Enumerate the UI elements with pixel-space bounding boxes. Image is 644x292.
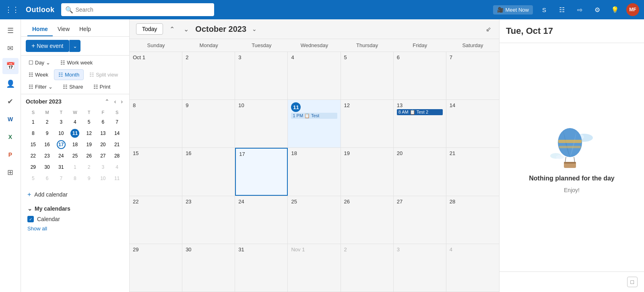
mini-cal-day[interactable]: 21 — [110, 139, 124, 150]
today-button[interactable]: Today — [136, 23, 163, 35]
calendar-cell[interactable]: 14 — [446, 100, 499, 147]
calendar-cell[interactable]: 21 — [446, 148, 499, 195]
mini-cal-day[interactable]: 28 — [110, 151, 124, 161]
calendar-cell[interactable]: 26 — [341, 196, 394, 244]
sidebar-word-icon[interactable]: W — [2, 111, 19, 127]
mini-cal-day[interactable]: 18 — [68, 139, 82, 150]
my-calendars-header[interactable]: ⌄ My calendars — [21, 203, 129, 214]
mini-cal-day[interactable]: 29 — [27, 162, 40, 172]
meet-now-button[interactable]: 🎥 Meet Now — [493, 5, 533, 14]
mini-calendar-title[interactable]: October 2023 — [26, 98, 62, 105]
expand-right-button[interactable]: □ — [627, 277, 638, 287]
calendar-cell[interactable]: 10 — [235, 100, 288, 147]
sidebar-apps-icon[interactable]: ⊞ — [2, 164, 19, 180]
lightbulb-icon[interactable]: 💡 — [609, 3, 621, 16]
mini-cal-day[interactable]: 5 — [83, 117, 96, 127]
calendar-cell[interactable]: Nov 1 — [288, 244, 341, 292]
mini-cal-day[interactable]: 8 — [68, 173, 82, 184]
sidebar-excel-icon[interactable]: X — [2, 129, 19, 145]
sidebar-mail-icon[interactable]: ✉ — [2, 40, 19, 56]
mini-cal-day[interactable]: 9 — [83, 173, 96, 184]
share-icon[interactable]: ⇨ — [573, 3, 586, 16]
calendar-cell[interactable]: 24 — [235, 196, 288, 244]
mini-cal-day[interactable]: 3 — [54, 117, 68, 127]
mini-cal-day[interactable]: 26 — [83, 151, 96, 161]
filter-button[interactable]: ☷ Filter ⌄ — [24, 81, 57, 92]
mini-cal-day[interactable]: 23 — [41, 151, 54, 161]
mini-cal-day[interactable]: 7 — [110, 117, 124, 127]
sidebar-menu-icon[interactable]: ☰ — [2, 23, 19, 39]
mini-cal-day[interactable]: 1 — [68, 162, 82, 172]
skype-icon[interactable]: S — [538, 3, 551, 16]
calendar-cell[interactable]: 25 — [288, 196, 341, 244]
calendar-cell[interactable]: 3 — [394, 244, 446, 292]
grid-icon[interactable]: ⋮⋮ — [5, 5, 19, 14]
calendar-cell[interactable]: 20 — [394, 148, 446, 195]
mini-cal-day[interactable]: 5 — [27, 173, 40, 184]
expand-button[interactable]: ⇙ — [484, 24, 493, 35]
mini-cal-day[interactable]: 4 — [68, 117, 82, 127]
sidebar-contacts-icon[interactable]: 👤 — [2, 76, 19, 92]
mini-cal-day[interactable]: 25 — [68, 151, 82, 161]
calendar-cell[interactable]: 7 — [446, 52, 499, 99]
calendar-cell[interactable]: 18 — [288, 148, 341, 195]
calendar-event[interactable]: 8 AM 📋 Test 2 — [397, 109, 443, 115]
calendar-cell[interactable]: 5 — [341, 52, 394, 99]
sidebar-calendar-icon[interactable]: 📅 — [2, 58, 19, 74]
calendar-cell[interactable]: 4 — [288, 52, 341, 99]
calendar-cell[interactable]: 30 — [182, 244, 235, 292]
week-view-button[interactable]: ☷ Week — [24, 69, 53, 80]
mini-cal-day[interactable]: 22 — [27, 151, 40, 161]
mini-cal-day[interactable]: 3 — [97, 162, 110, 172]
calendar-checkbox[interactable]: ✓ — [27, 216, 34, 222]
calendar-cell[interactable]: 138 AM 📋 Test 2 — [394, 100, 446, 147]
calendar-cell[interactable]: 4 — [446, 244, 499, 292]
sidebar-tasks-icon[interactable]: ✔ — [2, 93, 19, 110]
share-button[interactable]: ☷ Share — [58, 81, 88, 92]
calendar-cell[interactable]: 2 — [182, 52, 235, 99]
mini-cal-day[interactable]: 30 — [41, 162, 54, 172]
calendar-event[interactable]: 1 PM 📋 Test — [291, 113, 337, 119]
cal-next-button[interactable]: ⌄ — [181, 24, 191, 35]
sidebar-powerpoint-icon[interactable]: P — [2, 147, 19, 163]
calendar-cell[interactable]: 12 — [341, 100, 394, 147]
tab-help[interactable]: Help — [74, 23, 96, 36]
calendar-cell[interactable]: 3 — [235, 52, 288, 99]
split-view-button[interactable]: ☷ Split view — [85, 69, 122, 80]
add-calendar-button[interactable]: + Add calendar — [21, 188, 129, 201]
calendar-cell[interactable]: 17 — [235, 148, 288, 195]
calendar-cell[interactable]: 2 — [341, 244, 394, 292]
calendar-cell[interactable]: 9 — [182, 100, 235, 147]
mini-cal-day[interactable]: 10 — [54, 128, 68, 139]
mini-cal-day[interactable]: 31 — [54, 162, 68, 172]
mini-cal-day[interactable]: 27 — [97, 151, 110, 161]
mini-cal-day[interactable]: 20 — [97, 139, 110, 150]
apps-icon[interactable]: ☷ — [555, 3, 568, 16]
mini-cal-day[interactable]: 10 — [97, 173, 110, 184]
calendar-cell[interactable]: 8 — [130, 100, 182, 147]
calendar-cell[interactable]: Oct 1 — [130, 52, 182, 99]
mini-cal-day[interactable]: 12 — [83, 128, 96, 139]
print-button[interactable]: ☷ Print — [89, 81, 115, 92]
cal-prev-button[interactable]: ⌃ — [167, 24, 177, 35]
month-view-button[interactable]: ☷ Month — [54, 69, 84, 80]
calendar-item-calendar[interactable]: ✓ Calendar — [21, 214, 129, 224]
mini-cal-day[interactable]: 7 — [54, 173, 68, 184]
mini-cal-day[interactable]: 9 — [41, 128, 54, 139]
tab-view[interactable]: View — [53, 23, 74, 36]
calendar-cell[interactable]: 6 — [394, 52, 446, 99]
mini-cal-day[interactable]: 17 — [54, 139, 68, 150]
calendar-cell[interactable]: 15 — [130, 148, 182, 195]
mini-cal-day[interactable]: 16 — [41, 139, 54, 150]
calendar-month-caret-button[interactable]: ⌄ — [250, 25, 258, 33]
mini-cal-day[interactable]: 8 — [27, 128, 40, 139]
mini-calendar-prev-button[interactable]: ‹ — [113, 97, 118, 106]
mini-cal-day[interactable]: 6 — [41, 173, 54, 184]
new-event-button[interactable]: + New event — [26, 40, 69, 52]
mini-cal-day[interactable]: 2 — [41, 117, 54, 127]
work-week-view-button[interactable]: ☷ Work week — [56, 57, 97, 68]
calendar-cell[interactable]: 16 — [182, 148, 235, 195]
mini-cal-day[interactable]: 1 — [27, 117, 40, 127]
calendar-cell[interactable]: 31 — [235, 244, 288, 292]
mini-cal-day[interactable]: 4 — [110, 162, 124, 172]
